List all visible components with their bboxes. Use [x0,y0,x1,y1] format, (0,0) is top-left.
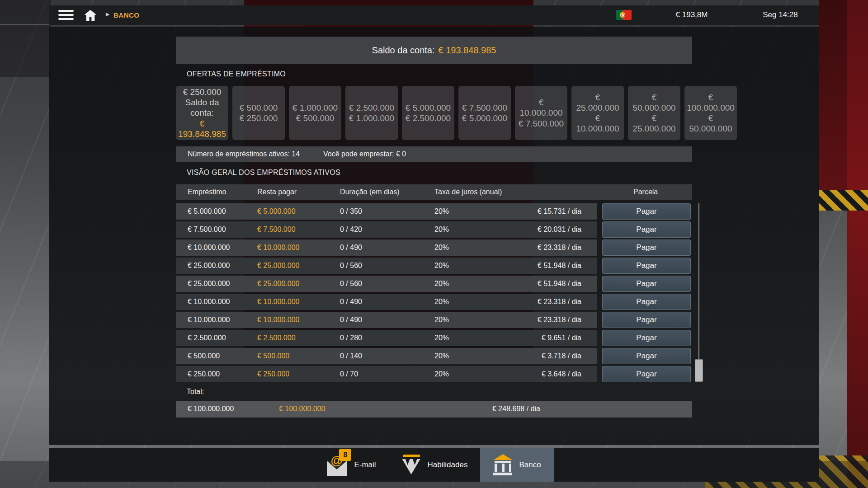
loan-offer-card[interactable]: € 50.000.000 € 25.000.000 [628,86,680,140]
flag-emblem [620,12,625,18]
offer-amount: € 25.000.000 [574,92,621,113]
cell-loan: € 10.000.000 [188,316,257,324]
cell-installment: € 23.318 / dia [534,244,597,252]
skills-icon [401,455,421,475]
pay-button[interactable]: Pagar [602,203,691,220]
dock-item-email[interactable]: @ 8 E-mail [314,448,388,482]
scrollbar-track[interactable] [698,203,699,382]
total-remaining: € 100.000.000 [279,405,325,413]
offer-secondary: € 50.000.000 [687,113,734,134]
cell-installment: € 3.718 / dia [534,352,597,360]
col-rate: Taxa de juros (anual) [434,188,534,196]
cell-remaining: € 250.000 [257,370,340,378]
cell-loan: € 500.000 [188,352,257,360]
col-duration: Duração (em dias) [340,188,434,196]
top-bar: ▶ BANCO € 193,8M Seg 14:28 [49,5,819,25]
menu-icon[interactable] [58,10,74,20]
pay-button[interactable]: Pagar [602,221,691,238]
table-row: € 2.500.000 € 2.500.000 0 / 280 20% € 9.… [176,330,700,346]
active-loans-title: VISÃO GERAL DOS EMPRÉSTIMOS ATIVOS [187,169,340,177]
bank-page: Saldo da conta: € 193.848.985 OFERTAS DE… [49,27,819,445]
dock-item-bank[interactable]: Banco [480,448,553,482]
loan-offer-card[interactable]: € 500.000 € 250.000 [232,86,285,140]
pay-button[interactable]: Pagar [602,348,691,364]
account-balance-bar: Saldo da conta: € 193.848.985 [176,37,692,64]
cell-duration: 0 / 560 [340,280,434,288]
breadcrumb[interactable]: BANCO [113,11,140,19]
loan-row: € 25.000.000 € 25.000.000 0 / 560 20% € … [176,276,597,292]
table-row: € 25.000.000 € 25.000.000 0 / 560 20% € … [176,258,700,274]
offer-amount: € 1.000.000 [292,103,338,113]
loan-offer-card[interactable]: € 7.500.000 € 5.000.000 [458,86,511,140]
offer-amount: € 50.000.000 [631,92,678,113]
offer-amount: € 10.000.000 [518,97,565,118]
loan-offer-card[interactable]: € 5.000.000 € 2.500.000 [402,86,454,140]
cell-remaining: € 5.000.000 [257,207,340,216]
cell-remaining: € 500.000 [257,352,340,360]
skills-icon-chevrons [402,459,420,474]
loan-offers-title: OFERTAS DE EMPRÉSTIMO [187,70,286,78]
cell-remaining: € 25.000.000 [257,280,340,288]
loan-offer-card[interactable]: € 1.000.000 € 500.000 [289,86,341,140]
cell-loan: € 10.000.000 [188,244,257,252]
cell-installment: € 15.731 / dia [534,207,597,216]
loan-offer-card[interactable]: € 2.500.000 € 1.000.000 [345,86,398,140]
bank-icon-base [493,473,512,475]
total-label: Total: [187,388,204,396]
cell-rate: 20% [434,244,534,252]
loan-table-header: Empréstimo Resta pagar Duração (em dias)… [176,184,692,200]
table-row: € 500.000 € 500.000 0 / 140 20% € 3.718 … [176,348,700,364]
total-loan: € 100.000.000 [188,405,234,413]
skills-icon-bar [403,455,420,457]
loan-offer-card[interactable]: € 250.000 Saldo da conta: € 193.848.985 [176,86,228,140]
portugal-flag-icon [616,10,632,20]
table-row: € 25.000.000 € 25.000.000 0 / 560 20% € … [176,276,700,292]
offer-secondary: € 2.500.000 [406,113,451,123]
total-row: € 100.000.000 € 100.000.000 € 248.698 / … [176,401,692,418]
loan-offer-card[interactable]: € 100.000.000 € 50.000.000 [684,86,737,140]
pay-button[interactable]: Pagar [602,294,691,310]
pay-button[interactable]: Pagar [602,330,691,346]
pay-button[interactable]: Pagar [602,312,691,328]
cell-loan: € 2.500.000 [188,334,257,342]
cell-remaining: € 10.000.000 [257,244,340,252]
breadcrumb-arrow-icon: ▶ [106,11,109,17]
balance-value: € 193.848.985 [439,45,496,56]
cell-duration: 0 / 70 [340,370,434,378]
cell-remaining: € 10.000.000 [257,298,340,306]
loan-status-bar: Número de empréstimos ativos: 14 Você po… [176,146,692,162]
loan-offer-card[interactable]: € 25.000.000 € 10.000.000 [571,86,624,140]
home-icon[interactable] [84,9,97,21]
hazard-stripe [819,190,868,211]
table-row: € 7.500.000 € 7.500.000 0 / 420 20% € 20… [176,221,700,238]
loan-offer-card[interactable]: € 10.000.000 € 7.500.000 [515,86,567,140]
email-badge: 8 [339,449,351,461]
pay-button[interactable]: Pagar [602,258,691,274]
bank-icon-columns [495,464,511,472]
cell-rate: 20% [434,225,534,234]
table-row: € 10.000.000 € 10.000.000 0 / 490 20% € … [176,312,700,328]
cell-loan: € 7.500.000 [188,225,257,234]
pay-button[interactable]: Pagar [602,276,691,292]
cell-rate: 20% [434,280,534,288]
offer-secondary: Saldo da conta: [179,97,226,118]
loan-row: € 25.000.000 € 25.000.000 0 / 560 20% € … [176,258,597,274]
col-installment: Parcela [534,188,692,196]
balance-label: Saldo da conta: [372,45,435,56]
offer-balance-highlight: € 193.848.985 [178,118,226,139]
offer-secondary: € 500.000 [296,113,335,123]
dock-item-skills[interactable]: Habilidades [389,448,481,482]
pay-button[interactable]: Pagar [602,366,691,382]
red-pillar [847,0,868,488]
cell-installment: € 3.648 / dia [534,370,597,378]
cell-installment: € 20.031 / dia [534,225,597,234]
pay-button[interactable]: Pagar [602,239,691,256]
scrollbar-thumb[interactable] [695,359,703,382]
cell-rate: 20% [434,334,534,342]
loan-row: € 2.500.000 € 2.500.000 0 / 280 20% € 9.… [176,330,597,346]
offer-secondary: € 5.000.000 [462,113,507,123]
offer-secondary: € 7.500.000 [519,118,564,129]
cell-loan: € 25.000.000 [188,262,257,270]
cell-loan: € 10.000.000 [188,298,257,306]
cell-remaining: € 10.000.000 [257,316,340,324]
